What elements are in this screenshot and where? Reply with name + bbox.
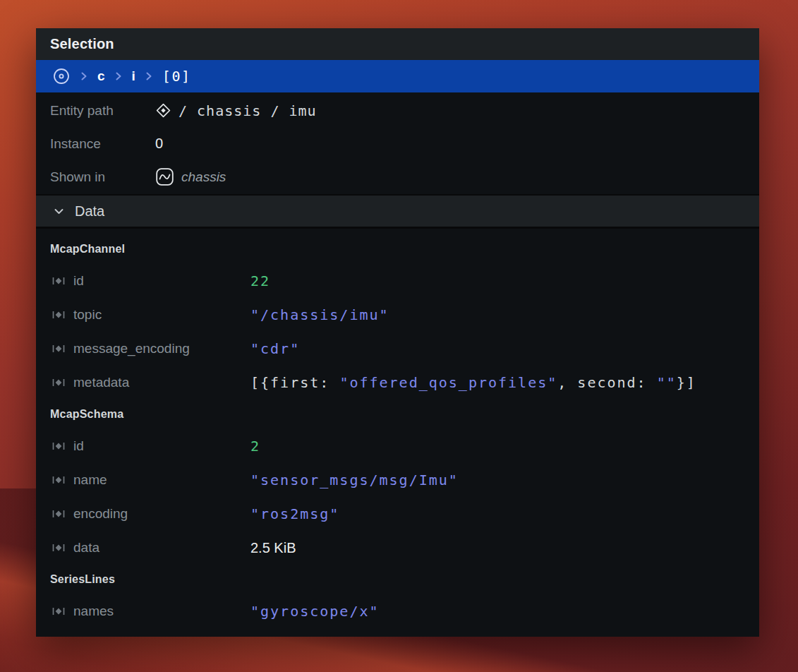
instance-value: 0 — [155, 136, 163, 152]
field-value: 2.5 KiB — [250, 540, 296, 556]
entity-path-row: Entity path / chassis / imu — [36, 94, 759, 127]
entity-path-text: / chassis / imu — [179, 102, 317, 119]
shown-in-row: Shown in chassis — [36, 160, 759, 193]
field-row-channel-message-encoding: message_encoding "cdr" — [36, 332, 759, 366]
field-label: id — [73, 438, 84, 454]
breadcrumb-segment-imu[interactable]: i — [132, 68, 135, 84]
breadcrumb: c i [0] — [36, 60, 759, 92]
breadcrumb-segment-chassis[interactable]: c — [97, 68, 105, 84]
component-icon — [52, 377, 66, 388]
field-row-channel-id: id 22 — [36, 264, 759, 298]
field-row-channel-topic: topic "/chassis/imu" — [36, 298, 759, 332]
field-value: 2 — [250, 438, 260, 455]
field-value: "gyroscope/x" — [250, 603, 380, 620]
field-label: topic — [73, 307, 102, 323]
group-title-serieslines: SeriesLines — [36, 565, 759, 594]
field-label: data — [73, 540, 99, 556]
breadcrumb-segment-instance[interactable]: [0] — [162, 68, 191, 85]
group-title-mcapchannel: McapChannel — [36, 234, 759, 264]
shown-in-label: Shown in — [50, 169, 155, 185]
data-section-title: Data — [75, 203, 104, 220]
component-icon — [52, 309, 66, 320]
field-value: 22 — [250, 272, 270, 289]
chevron-right-icon — [114, 71, 123, 82]
field-value: "sensor_msgs/msg/Imu" — [250, 472, 459, 488]
panel-title: Selection — [50, 36, 114, 52]
data-section-header[interactable]: Data — [36, 194, 759, 229]
field-row-schema-name: name "sensor_msgs/msg/Imu" — [36, 463, 759, 497]
field-row-schema-id: id 2 — [36, 429, 759, 463]
component-icon — [52, 606, 66, 617]
instance-label: Instance — [50, 136, 155, 152]
panel-title-bar: Selection — [36, 28, 759, 60]
field-value: "/chassis/imu" — [250, 306, 389, 323]
field-label: metadata — [73, 375, 129, 390]
field-label: encoding — [73, 506, 128, 522]
timeseries-view-icon — [155, 167, 174, 186]
data-section-body: McapChannel id 22 — [36, 229, 759, 637]
field-row-channel-metadata: metadata [{first: "offered_qos_profiles"… — [36, 366, 759, 400]
field-row-schema-encoding: encoding "ros2msg" — [36, 497, 759, 531]
recording-icon[interactable] — [52, 67, 71, 85]
field-row-series-names: names "gyroscope/x" — [36, 594, 759, 628]
field-label: id — [73, 273, 84, 289]
component-icon — [52, 440, 66, 452]
field-label: name — [73, 472, 107, 488]
field-value: "cdr" — [250, 340, 300, 357]
entity-path-label: Entity path — [50, 103, 155, 119]
component-icon — [52, 474, 66, 486]
overview-section: Entity path / chassis / imu Instance 0 S… — [36, 92, 759, 194]
field-label: message_encoding — [73, 341, 190, 356]
selection-panel: Selection c i [0] — [36, 28, 759, 637]
group-title-mcapschema: McapSchema — [36, 400, 759, 429]
chevron-right-icon — [80, 71, 88, 82]
component-icon — [52, 343, 66, 354]
instance-row: Instance 0 — [36, 127, 759, 160]
chevron-right-icon — [145, 71, 153, 82]
field-value: [{first: "offered_qos_profiles", second:… — [250, 374, 696, 391]
component-icon — [52, 275, 66, 287]
shown-in-view-name: chassis — [181, 169, 226, 185]
chevron-down-icon — [53, 205, 65, 217]
entity-path-value[interactable]: / chassis / imu — [155, 102, 317, 119]
component-icon — [52, 508, 66, 520]
field-value: "ros2msg" — [250, 505, 339, 522]
field-label: names — [73, 604, 114, 619]
entity-icon — [155, 102, 171, 119]
shown-in-link[interactable]: chassis — [155, 167, 226, 186]
component-icon — [52, 542, 66, 553]
field-row-schema-data: data 2.5 KiB — [36, 531, 759, 565]
